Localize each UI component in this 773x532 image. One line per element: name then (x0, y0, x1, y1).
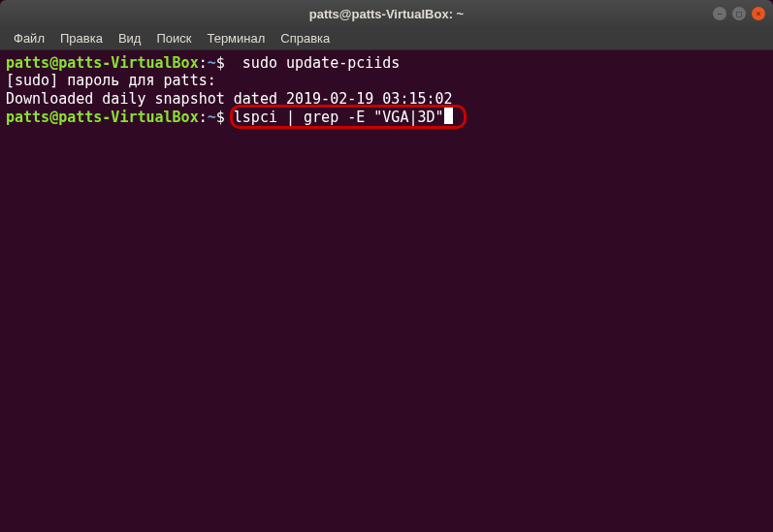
highlighted-command-wrap: lspci | grep -E "VGA|3D" (234, 108, 453, 126)
terminal-line-4: patts@patts-VirtualBox:~$ lspci | grep -… (6, 108, 767, 126)
terminal-window: patts@patts-VirtualBox: ~ − □ × Файл Пра… (0, 0, 773, 532)
prompt-sep-2: : (199, 109, 208, 126)
menu-help[interactable]: Справка (273, 29, 338, 47)
menu-terminal[interactable]: Терминал (199, 29, 273, 47)
command-space (225, 109, 234, 126)
menu-file[interactable]: Файл (6, 29, 52, 47)
minimize-icon: − (717, 9, 722, 18)
command-line-4: lspci | grep -E "VGA|3D" (234, 109, 444, 126)
prompt-path: ~ (208, 54, 216, 72)
prompt-path-2: ~ (208, 109, 216, 126)
terminal-body[interactable]: patts@patts-VirtualBox:~$ sudo update-pc… (0, 50, 773, 532)
window-controls: − □ × (713, 7, 765, 20)
menu-view[interactable]: Вид (111, 29, 149, 47)
menu-search[interactable]: Поиск (148, 29, 199, 47)
command-line-1: sudo update-pciids (225, 54, 401, 72)
window-titlebar: patts@patts-VirtualBox: ~ − □ × (0, 0, 773, 27)
window-title: patts@patts-VirtualBox: ~ (309, 7, 464, 21)
close-icon: × (756, 9, 760, 18)
menu-edit[interactable]: Правка (52, 29, 111, 47)
prompt-dollar: $ (216, 54, 225, 72)
terminal-line-3: Downloaded daily snapshot dated 2019-02-… (6, 90, 767, 108)
prompt-user-host-2: patts@patts-VirtualBox (6, 109, 199, 126)
terminal-line-1: patts@patts-VirtualBox:~$ sudo update-pc… (6, 54, 767, 72)
cursor-icon (444, 108, 453, 124)
terminal-line-2: [sudo] пароль для patts: (6, 72, 767, 89)
output-line-2: [sudo] пароль для patts: (6, 72, 225, 89)
prompt-dollar-2: $ (216, 109, 225, 126)
output-line-3: Downloaded daily snapshot dated 2019-02-… (6, 90, 453, 108)
menu-bar: Файл Правка Вид Поиск Терминал Справка (0, 27, 773, 50)
maximize-button[interactable]: □ (732, 7, 746, 20)
maximize-icon: □ (736, 9, 741, 18)
minimize-button[interactable]: − (713, 7, 726, 20)
prompt-user-host: patts@patts-VirtualBox (6, 54, 199, 72)
prompt-sep: : (199, 54, 208, 72)
close-button[interactable]: × (752, 7, 765, 20)
